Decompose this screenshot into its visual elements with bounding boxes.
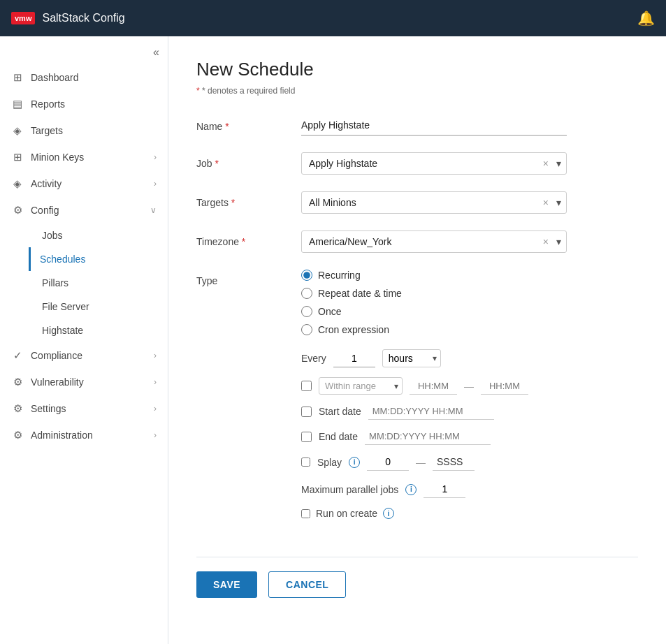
dashboard-icon: ⊞	[11, 71, 24, 84]
job-select[interactable]: Apply Highstate	[301, 152, 567, 175]
radio-recurring-input[interactable]	[301, 270, 312, 281]
recurring-options: Every hours minutes days weeks	[301, 349, 638, 519]
vmw-logo: vmw	[11, 12, 35, 24]
splay-to-input[interactable]	[433, 453, 475, 471]
name-field-row: Name *	[196, 115, 638, 136]
type-label: Type	[196, 270, 287, 286]
save-button[interactable]: SAVE	[196, 571, 257, 598]
cancel-button[interactable]: CANCEL	[268, 571, 346, 598]
timezone-select-clear-icon[interactable]: ×	[543, 236, 549, 247]
type-section: Recurring Repeat date & time Once Cron e…	[301, 270, 638, 540]
sidebar-item-reports[interactable]: ▤ Reports	[0, 91, 168, 117]
sidebar-item-label: Minion Keys	[31, 152, 84, 163]
name-input[interactable]	[301, 115, 567, 136]
administration-icon: ⚙	[11, 429, 24, 441]
start-date-checkbox[interactable]	[301, 407, 312, 417]
sidebar-item-activity[interactable]: ◈ Activity ›	[0, 170, 168, 197]
radio-cron[interactable]: Cron expression	[301, 324, 638, 335]
job-select-clear-icon[interactable]: ×	[543, 158, 549, 169]
parallel-info-icon[interactable]: i	[405, 484, 417, 495]
every-input[interactable]	[333, 350, 375, 367]
unit-select[interactable]: hours minutes days weeks	[382, 349, 441, 367]
radio-recurring[interactable]: Recurring	[301, 270, 638, 281]
chevron-right-icon: ›	[154, 430, 157, 440]
sidebar-item-label: Settings	[31, 403, 66, 414]
sidebar-item-config[interactable]: ⚙ Config ∨	[0, 197, 168, 224]
start-date-label: Start date	[319, 406, 361, 417]
sidebar-item-label: Activity	[31, 178, 61, 189]
config-submenu: Jobs Schedules Pillars File Server Highs…	[0, 224, 168, 342]
sidebar-item-dashboard[interactable]: ⊞ Dashboard	[0, 64, 168, 91]
radio-repeat-label: Repeat date & time	[318, 288, 402, 299]
job-select-container: Apply Highstate × ▾	[301, 152, 567, 175]
chevron-right-icon: ›	[154, 377, 157, 387]
sidebar-item-label: Config	[31, 205, 59, 216]
job-field-row: Job * Apply Highstate × ▾	[196, 152, 638, 175]
topbar-title: SaltStack Config	[42, 12, 124, 24]
sidebar-collapse-button[interactable]: «	[153, 46, 159, 59]
sidebar-item-targets[interactable]: ◈ Targets	[0, 117, 168, 144]
job-select-wrap: Apply Highstate × ▾	[301, 152, 567, 175]
every-row: Every hours minutes days weeks	[301, 349, 638, 367]
parallel-label: Maximum parallel jobs	[301, 484, 398, 495]
notification-bell-icon[interactable]: 🔔	[637, 10, 655, 27]
parallel-input[interactable]	[424, 481, 465, 498]
radio-repeat-input[interactable]	[301, 288, 312, 299]
splay-label: Splay	[317, 457, 342, 468]
radio-repeat[interactable]: Repeat date & time	[301, 288, 638, 299]
sidebar-item-highstate[interactable]: Highstate	[31, 319, 168, 342]
splay-info-icon[interactable]: i	[349, 457, 360, 468]
run-on-create-info-icon[interactable]: i	[383, 508, 394, 519]
sidebar-item-label: Targets	[31, 125, 63, 136]
targets-select[interactable]: All Minions	[301, 191, 567, 214]
radio-once[interactable]: Once	[301, 306, 638, 317]
sidebar-item-pillars[interactable]: Pillars	[31, 271, 168, 295]
sidebar-item-schedules[interactable]: Schedules	[29, 247, 168, 271]
targets-field-row: Targets * All Minions × ▾	[196, 191, 638, 214]
radio-once-label: Once	[318, 306, 341, 317]
range-end-time-input[interactable]	[481, 378, 528, 395]
sidebar-item-administration[interactable]: ⚙ Administration ›	[0, 422, 168, 448]
config-icon: ⚙	[11, 204, 24, 217]
radio-once-input[interactable]	[301, 306, 312, 317]
end-date-checkbox[interactable]	[301, 432, 312, 442]
main-content: New Schedule * * denotes a required fiel…	[168, 36, 666, 644]
run-on-create-checkbox[interactable]	[301, 509, 310, 518]
run-on-create-row: Run on create i	[301, 508, 638, 519]
sidebar-item-file-server[interactable]: File Server	[31, 295, 168, 319]
timezone-select[interactable]: America/New_York	[301, 230, 567, 253]
chevron-right-icon: ›	[154, 351, 157, 360]
timezone-field-row: Timezone * America/New_York × ▾	[196, 230, 638, 253]
radio-cron-input[interactable]	[301, 324, 312, 335]
chevron-right-icon: ›	[154, 404, 157, 414]
end-date-row: End date	[301, 428, 638, 445]
chevron-right-icon: ›	[154, 179, 157, 189]
splay-checkbox[interactable]	[301, 458, 310, 467]
start-date-input[interactable]	[368, 403, 494, 420]
splay-row: Splay i —	[301, 453, 638, 471]
splay-from-input[interactable]	[367, 453, 409, 471]
range-select[interactable]: Within range	[319, 377, 403, 395]
range-start-time-input[interactable]	[410, 378, 457, 395]
timezone-label: Timezone *	[196, 230, 287, 247]
chevron-down-icon: ∨	[150, 205, 157, 215]
sidebar-item-settings[interactable]: ⚙ Settings ›	[0, 395, 168, 422]
sidebar-item-label: Compliance	[31, 350, 82, 361]
targets-select-clear-icon[interactable]: ×	[543, 197, 549, 208]
within-range-checkbox[interactable]	[301, 381, 312, 391]
activity-icon: ◈	[11, 177, 24, 190]
targets-icon: ◈	[11, 124, 24, 137]
sidebar-item-compliance[interactable]: ✓ Compliance ›	[0, 342, 168, 369]
end-date-label: End date	[319, 431, 358, 442]
topbar-left: vmw SaltStack Config	[11, 12, 125, 24]
type-field-row: Type Recurring Repeat date & time Once	[196, 270, 638, 540]
app-layout: « ⊞ Dashboard ▤ Reports ◈ Targets ⊞ Mini…	[0, 36, 666, 644]
job-label: Job *	[196, 152, 287, 169]
sidebar-item-label: Administration	[31, 430, 93, 441]
end-date-input[interactable]	[365, 428, 491, 445]
sidebar-item-vulnerability[interactable]: ⚙ Vulnerability ›	[0, 369, 168, 395]
compliance-icon: ✓	[11, 349, 24, 362]
sidebar-item-jobs[interactable]: Jobs	[31, 224, 168, 247]
sidebar: « ⊞ Dashboard ▤ Reports ◈ Targets ⊞ Mini…	[0, 36, 168, 644]
sidebar-item-minion-keys[interactable]: ⊞ Minion Keys ›	[0, 144, 168, 170]
